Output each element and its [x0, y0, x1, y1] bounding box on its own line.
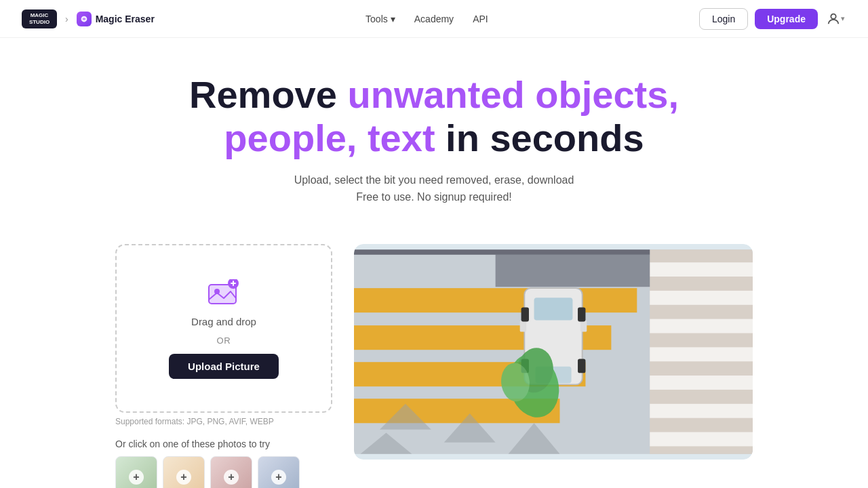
svg-rect-27: [521, 308, 529, 322]
drag-drop-text: Drag and drop: [191, 316, 256, 327]
thumb-plus-4: +: [271, 470, 286, 485]
svg-rect-12: [650, 291, 753, 305]
main-nav: Tools ▾ Academy API: [366, 14, 488, 24]
svg-rect-16: [650, 404, 753, 418]
sample-thumb-4[interactable]: +: [258, 456, 300, 488]
hero-title-part2: in seconds: [435, 117, 644, 159]
svg-rect-17: [650, 432, 753, 447]
nav-academy[interactable]: Academy: [414, 14, 454, 24]
svg-rect-26: [580, 320, 587, 331]
nav-tools[interactable]: Tools ▾: [366, 14, 395, 24]
formats-label: Supported formats: JPG, PNG, AVIF, WEBP: [115, 417, 332, 426]
hero-section: Remove unwanted objects,people, text in …: [0, 38, 868, 228]
nav-api[interactable]: API: [473, 14, 488, 24]
magic-studio-logo[interactable]: MAGIC STUDIO: [22, 9, 57, 28]
user-icon: [826, 12, 841, 26]
upgrade-button[interactable]: Upgrade: [755, 9, 818, 29]
tool-icon: [77, 12, 92, 26]
sample-thumb-1[interactable]: +: [115, 456, 157, 488]
tool-name: Magic Eraser: [96, 14, 155, 24]
user-chevron-icon: ▾: [841, 14, 845, 23]
svg-rect-6: [354, 288, 637, 312]
ms-logo-text: MAGIC STUDIO: [29, 12, 50, 25]
svg-rect-15: [650, 375, 753, 390]
breadcrumb-separator: ›: [65, 14, 68, 24]
svg-rect-23: [534, 298, 573, 320]
svg-rect-30: [578, 359, 585, 373]
svg-point-1: [831, 14, 835, 18]
demo-image: [354, 244, 753, 460]
header-left: MAGIC STUDIO › Magic Eraser: [22, 9, 155, 28]
thumb-plus-1: +: [129, 470, 144, 485]
upload-picture-button[interactable]: Upload Picture: [169, 354, 279, 379]
hero-subtitle: Upload, select the bit you need removed,…: [14, 171, 854, 206]
svg-rect-25: [520, 320, 526, 331]
svg-rect-34: [354, 249, 650, 255]
login-button[interactable]: Login: [699, 8, 748, 30]
sample-thumb-2[interactable]: +: [163, 456, 205, 488]
svg-rect-28: [578, 308, 585, 322]
sample-photos-label: Or click on one of these photos to try: [115, 439, 332, 449]
thumb-plus-2: +: [176, 470, 191, 485]
upload-image-icon: [206, 278, 241, 308]
sample-photos-section: Or click on one of these photos to try +…: [115, 439, 332, 488]
sample-thumb-3[interactable]: +: [210, 456, 252, 488]
header: MAGIC STUDIO › Magic Eraser Tools ▾ Acad…: [0, 0, 868, 38]
svg-rect-35: [496, 255, 650, 287]
thumb-plus-3: +: [224, 470, 239, 485]
or-divider: OR: [217, 336, 231, 346]
header-actions: Login Upgrade ▾: [699, 8, 846, 30]
hero-title: Remove unwanted objects,people, text in …: [14, 73, 854, 161]
upload-section: Drag and drop OR Upload Picture Supporte…: [115, 244, 332, 488]
demo-road-svg: [354, 244, 753, 460]
eraser-icon: [79, 14, 89, 24]
svg-rect-14: [650, 347, 753, 361]
svg-rect-13: [650, 319, 753, 333]
upload-dropzone[interactable]: Drag and drop OR Upload Picture: [115, 244, 332, 413]
hero-title-part1: Remove: [189, 73, 347, 116]
user-menu[interactable]: ▾: [825, 8, 846, 30]
sample-grid: + + + +: [115, 456, 332, 488]
ms-logo-icon: MAGIC STUDIO: [22, 9, 57, 28]
image-upload-svg: [208, 279, 240, 306]
demo-image-wrapper: [354, 244, 753, 460]
main-content: Drag and drop OR Upload Picture Supporte…: [102, 228, 766, 488]
chevron-down-icon: ▾: [391, 14, 395, 24]
svg-rect-11: [650, 262, 753, 277]
tool-badge: Magic Eraser: [77, 12, 155, 26]
